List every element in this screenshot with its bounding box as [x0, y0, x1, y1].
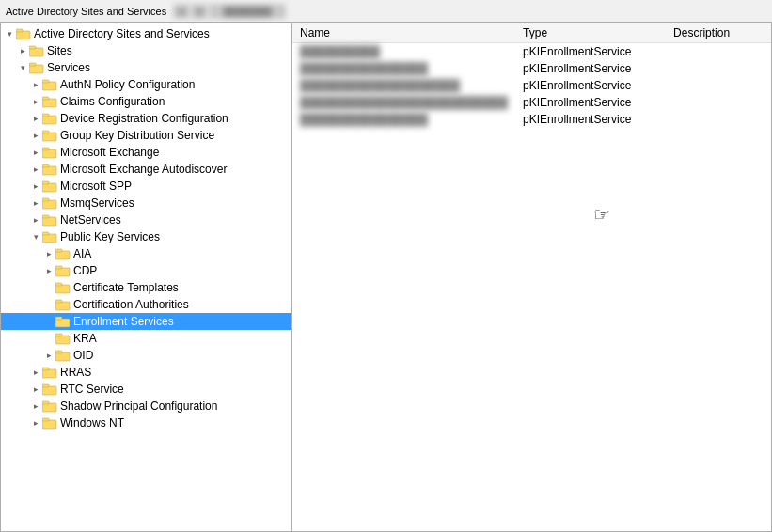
tree-label-services: Services: [47, 61, 90, 74]
expander-msexchange[interactable]: [29, 146, 42, 159]
col-header-name[interactable]: Name: [292, 23, 515, 43]
expander-rras[interactable]: [29, 366, 42, 379]
expander-msexchangeauto[interactable]: [29, 163, 42, 176]
tree-item-msmq[interactable]: MsmqServices: [1, 195, 291, 211]
tree-item-rras[interactable]: RRAS: [1, 364, 291, 381]
folder-icon-msexchangeauto: [42, 163, 57, 176]
tree-label-windowsnt: Windows NT: [60, 416, 124, 430]
svg-rect-23: [42, 215, 49, 218]
tree-item-groupkds[interactable]: Group Key Distribution Service: [1, 127, 291, 144]
tree-label-groupkds: Group Key Distribution Service: [60, 129, 214, 142]
folder-icon-groupkds: [42, 129, 57, 142]
svg-rect-46: [42, 420, 56, 429]
tree-label-netservices: NetServices: [60, 213, 121, 227]
svg-rect-1: [16, 29, 23, 32]
folder-icon-services: [29, 61, 44, 74]
list-cell-type-3: pKIEnrollmentService: [515, 94, 666, 111]
folder-icon-enrollsvc: [55, 315, 71, 328]
tree-item-windowsnt[interactable]: Windows NT: [1, 415, 291, 431]
tree-label-msspp: Microsoft SPP: [60, 180, 132, 193]
tree-item-claims[interactable]: Claims Configuration: [1, 93, 291, 110]
col-header-type[interactable]: Type: [515, 23, 666, 43]
svg-rect-17: [42, 164, 49, 167]
svg-rect-16: [42, 166, 56, 175]
tree-label-certauth: Certification Authorities: [73, 298, 189, 311]
svg-rect-13: [42, 131, 49, 133]
server-icon-2: ▣: [192, 5, 207, 18]
folder-icon-sites: [29, 44, 44, 57]
tree-label-msexchangeauto: Microsoft Exchange Autodiscover: [60, 163, 227, 176]
expander-groupkds[interactable]: [29, 129, 42, 142]
tree-label-claims: Claims Configuration: [60, 95, 165, 108]
list-row-4[interactable]: ████████████████pKIEnrollmentService: [292, 111, 771, 128]
expander-oid[interactable]: [42, 349, 55, 362]
list-row-0[interactable]: ██████████pKIEnrollmentService: [292, 43, 771, 61]
tree-item-enrollsvc[interactable]: Enrollment Services: [1, 313, 291, 330]
svg-rect-5: [29, 63, 36, 66]
expander-windowsnt[interactable]: [29, 416, 42, 430]
list-row-2[interactable]: ████████████████████pKIEnrollmentService: [292, 77, 771, 94]
tree-item-rtcsvc[interactable]: RTC Service: [1, 381, 291, 398]
list-row-1[interactable]: ████████████████pKIEnrollmentService: [292, 60, 771, 77]
tree-item-certauth[interactable]: Certification Authorities: [1, 296, 291, 313]
svg-rect-44: [42, 403, 56, 412]
svg-rect-14: [42, 149, 56, 158]
expander-services[interactable]: [16, 61, 29, 74]
expander-device[interactable]: [29, 112, 42, 125]
expander-root[interactable]: [3, 27, 16, 40]
tree-item-authn[interactable]: AuthN Policy Configuration: [1, 76, 291, 93]
title-text: Active Directory Sites and Services: [6, 6, 166, 17]
tree-label-enrollsvc: Enrollment Services: [73, 315, 174, 328]
list-cell-name-0: ██████████: [292, 43, 515, 61]
col-header-description[interactable]: Description: [666, 23, 771, 43]
tree-item-cdp[interactable]: CDP: [1, 262, 291, 279]
svg-rect-45: [42, 401, 49, 404]
tree-item-kra[interactable]: KRA: [1, 330, 291, 347]
tree-item-msexchange[interactable]: Microsoft Exchange: [1, 144, 291, 161]
folder-icon-authn: [42, 78, 57, 91]
expander-claims[interactable]: [29, 95, 42, 108]
expander-shadowprincipal[interactable]: [29, 399, 42, 413]
tree-item-netservices[interactable]: NetServices: [1, 211, 291, 228]
list-panel[interactable]: Name Type Description ██████████pKIEnrol…: [292, 23, 771, 531]
tree-root: Active Directory Sites and Services Site…: [1, 23, 291, 433]
tree-label-rtcsvc: RTC Service: [60, 383, 124, 396]
expander-netservices[interactable]: [29, 213, 42, 227]
expander-aia[interactable]: [42, 247, 55, 260]
tree-item-device[interactable]: Device Registration Configuration: [1, 110, 291, 127]
expander-msspp[interactable]: [29, 180, 42, 193]
folder-icon-msspp: [42, 180, 57, 193]
svg-rect-42: [42, 386, 56, 395]
tree-label-device: Device Registration Configuration: [60, 112, 228, 125]
list-cell-name-4: ████████████████: [292, 111, 515, 128]
tree-item-shadowprincipal[interactable]: Shadow Principal Configuration: [1, 398, 291, 415]
tree-item-root[interactable]: Active Directory Sites and Services: [1, 25, 291, 42]
expander-msmq[interactable]: [29, 196, 42, 210]
expander-pks[interactable]: [29, 230, 42, 243]
tree-item-msspp[interactable]: Microsoft SPP: [1, 178, 291, 195]
svg-rect-36: [55, 336, 70, 344]
svg-rect-41: [42, 368, 49, 370]
tree-panel[interactable]: Active Directory Sites and Services Site…: [1, 23, 292, 531]
tree-item-certtemplates[interactable]: Certificate Templates: [1, 279, 291, 296]
list-row-3[interactable]: ██████████████████████████pKIEnrollmentS…: [292, 94, 771, 111]
tree-item-msexchangeauto[interactable]: Microsoft Exchange Autodiscover: [1, 161, 291, 178]
tree-label-sites: Sites: [47, 44, 72, 57]
tree-item-pks[interactable]: Public Key Services: [1, 228, 291, 245]
expander-sites[interactable]: [16, 44, 29, 57]
tree-item-aia[interactable]: AIA: [1, 245, 291, 262]
svg-rect-33: [55, 300, 62, 303]
tree-label-aia: AIA: [73, 247, 91, 260]
expander-authn[interactable]: [29, 78, 42, 91]
svg-rect-18: [42, 183, 56, 192]
tree-item-oid[interactable]: OID: [1, 347, 291, 364]
tree-label-authn: AuthN Policy Configuration: [60, 78, 195, 91]
list-table: Name Type Description ██████████pKIEnrol…: [292, 23, 771, 128]
list-cell-type-4: pKIEnrollmentService: [515, 111, 666, 128]
tree-item-services[interactable]: Services: [1, 59, 291, 76]
svg-rect-29: [55, 266, 62, 269]
expander-cdp[interactable]: [42, 264, 55, 277]
expander-rtcsvc[interactable]: [29, 383, 42, 396]
tree-label-kra: KRA: [73, 332, 97, 345]
tree-item-sites[interactable]: Sites: [1, 42, 291, 59]
